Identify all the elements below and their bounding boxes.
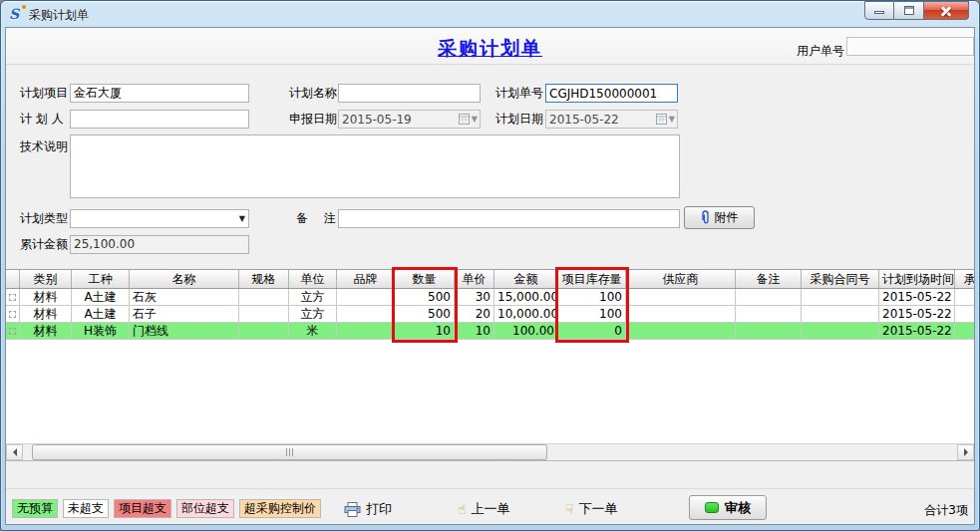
column-header[interactable]: 供应商 xyxy=(626,270,736,288)
table-cell[interactable]: 材料 xyxy=(20,306,72,322)
column-header[interactable]: 工种 xyxy=(72,270,130,288)
table-cell[interactable]: 10,000.00 xyxy=(494,306,558,322)
table-cell[interactable] xyxy=(802,306,879,322)
table-cell[interactable]: 石子 xyxy=(130,306,239,322)
planner-input[interactable] xyxy=(70,110,249,129)
table-cell[interactable] xyxy=(626,306,736,322)
declare-date-picker[interactable]: 2015-05-19 ▼ xyxy=(338,110,481,129)
table-cell[interactable]: 20 xyxy=(455,306,494,322)
table-cell[interactable] xyxy=(955,306,974,322)
column-header[interactable]: 采购合同号 xyxy=(802,270,879,288)
column-header[interactable]: 承 xyxy=(955,270,974,288)
scrollbar-thumb[interactable] xyxy=(32,444,547,460)
table-cell[interactable] xyxy=(239,306,289,322)
table-cell[interactable]: 500 xyxy=(395,306,455,322)
row-selector-cell[interactable] xyxy=(6,323,20,339)
hand-up-icon: ☝ xyxy=(458,502,467,516)
table-cell[interactable]: 2015-05-22 xyxy=(879,323,955,339)
table-cell[interactable]: 100 xyxy=(558,289,626,305)
table-cell[interactable] xyxy=(337,289,395,305)
header-band: 采购计划单 用户单号 xyxy=(6,28,974,65)
next-order-button[interactable]: ☟ 下一单 xyxy=(565,500,618,518)
table-cell[interactable]: A土建 xyxy=(72,289,130,305)
column-header[interactable]: 计划到场时间 xyxy=(879,270,955,288)
table-row[interactable]: 材料A土建石子立方5002010,000.001002015-05-22 xyxy=(6,306,974,323)
attachment-button-label: 附件 xyxy=(715,209,739,226)
table-cell[interactable] xyxy=(626,289,736,305)
column-header[interactable]: 金额 xyxy=(494,270,558,288)
approve-button[interactable]: 审核 xyxy=(689,495,767,520)
table-cell[interactable] xyxy=(626,323,736,339)
table-cell[interactable] xyxy=(955,289,974,305)
table-cell[interactable] xyxy=(337,306,395,322)
table-cell[interactable] xyxy=(802,289,879,305)
maximize-button[interactable] xyxy=(894,1,924,20)
plan-date-picker[interactable]: 2015-05-22 ▼ xyxy=(545,110,678,129)
column-header[interactable]: 项目库存量 xyxy=(558,270,626,288)
plan-no-input[interactable] xyxy=(545,84,678,103)
column-header[interactable]: 品牌 xyxy=(337,270,395,288)
table-cell[interactable]: 石灰 xyxy=(130,289,239,305)
table-cell[interactable]: 2015-05-22 xyxy=(879,289,955,305)
table-row[interactable]: 材料A土建石灰立方5003015,000.001002015-05-22 xyxy=(6,289,974,306)
attachment-button[interactable]: 附件 xyxy=(684,206,755,229)
column-header[interactable]: 单价 xyxy=(455,270,494,288)
table-cell[interactable]: 0 xyxy=(558,323,626,339)
tech-note-textarea[interactable] xyxy=(70,134,680,198)
table-cell[interactable]: 10 xyxy=(395,323,455,339)
user-order-label: 用户单号 xyxy=(797,42,844,61)
plan-project-input[interactable] xyxy=(70,84,249,103)
table-cell[interactable] xyxy=(337,323,395,339)
table-cell[interactable]: 门档线 xyxy=(130,323,239,339)
horizontal-scrollbar[interactable] xyxy=(6,443,974,460)
table-cell[interactable]: A土建 xyxy=(72,306,130,322)
minimize-button[interactable] xyxy=(864,1,894,20)
column-header[interactable]: 名称 xyxy=(130,270,239,288)
table-cell[interactable] xyxy=(736,306,802,322)
total-amount-field: 25,100.00 xyxy=(70,235,249,254)
column-header[interactable]: 类别 xyxy=(20,270,72,288)
table-row[interactable]: 材料H装饰门档线米1010100.0002015-05-22 xyxy=(6,323,974,340)
scroll-left-button[interactable] xyxy=(6,444,23,460)
legend-item: 部位超支 xyxy=(176,499,234,518)
table-cell[interactable] xyxy=(955,323,974,339)
remark-input[interactable] xyxy=(338,209,680,228)
previous-order-button[interactable]: ☝ 上一单 xyxy=(458,500,510,518)
table-cell[interactable]: 立方 xyxy=(289,306,337,322)
column-header[interactable]: 数量 xyxy=(395,270,455,288)
column-header[interactable]: 规格 xyxy=(239,270,289,288)
table-cell[interactable] xyxy=(239,323,289,339)
scroll-right-button[interactable] xyxy=(957,444,974,460)
user-order-input[interactable] xyxy=(846,37,974,56)
table-cell[interactable]: 100.00 xyxy=(494,323,558,339)
table-cell[interactable] xyxy=(736,323,802,339)
footer-divider xyxy=(6,488,974,489)
table-cell[interactable]: 30 xyxy=(455,289,494,305)
column-header[interactable]: 备注 xyxy=(736,270,802,288)
plan-type-select[interactable]: ▼ xyxy=(70,209,249,228)
table-cell[interactable]: H装饰 xyxy=(72,323,130,339)
column-header[interactable]: 单位 xyxy=(289,270,337,288)
table-cell[interactable] xyxy=(239,289,289,305)
table-cell[interactable]: 米 xyxy=(289,323,337,339)
table-cell[interactable]: 材料 xyxy=(20,289,72,305)
table-cell[interactable] xyxy=(736,289,802,305)
plan-name-input[interactable] xyxy=(338,84,481,103)
app-window: S 采购计划单 采购计划单 用户单号 计划项目 计划名称 计划单号 计 划 人 … xyxy=(0,0,980,531)
status-legend: 无预算未超支项目超支部位超支超采购控制价 xyxy=(12,499,321,518)
table-cell[interactable]: 立方 xyxy=(289,289,337,305)
table-cell[interactable]: 100 xyxy=(558,306,626,322)
plan-type-label: 计划类型 xyxy=(20,209,68,228)
table-cell[interactable]: 15,000.00 xyxy=(494,289,558,305)
close-button[interactable] xyxy=(924,1,969,20)
declare-date-label: 申报日期 xyxy=(289,110,337,129)
table-cell[interactable] xyxy=(802,323,879,339)
table-cell[interactable]: 10 xyxy=(455,323,494,339)
table-cell[interactable]: 材料 xyxy=(20,323,72,339)
print-button[interactable]: 打印 xyxy=(344,500,392,518)
table-cell[interactable]: 2015-05-22 xyxy=(879,306,955,322)
row-selector-cell[interactable] xyxy=(6,306,20,322)
table-cell[interactable]: 500 xyxy=(395,289,455,305)
row-selector-cell[interactable] xyxy=(6,289,20,305)
plan-date-value: 2015-05-22 xyxy=(549,113,656,127)
